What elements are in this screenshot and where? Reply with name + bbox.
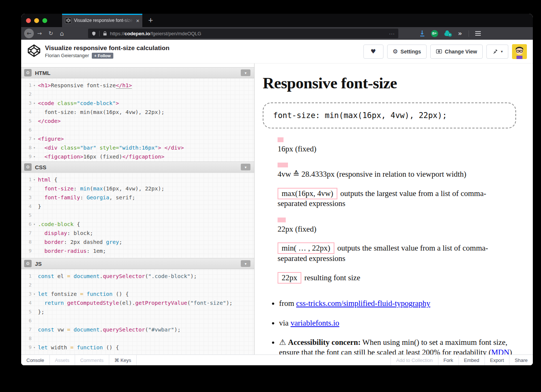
zoom-window-button[interactable] [42, 18, 47, 23]
code-line[interactable]: 9 border-radius: 1em; [21, 246, 254, 255]
view-icon [436, 48, 442, 55]
cloud-sync-icon[interactable]: + [444, 31, 452, 36]
code-line[interactable]: 3▾let fontsize = function () { [21, 290, 254, 298]
code-line[interactable]: 8 [21, 334, 254, 343]
code-line[interactable]: 3 font-family: Georgia, serif; [21, 193, 254, 202]
code-line[interactable]: 5}; [21, 307, 254, 316]
menu-icon[interactable] [475, 31, 481, 36]
follow-button[interactable]: + Follow [92, 53, 113, 59]
pink-bar [278, 137, 284, 142]
fork-button[interactable]: Fork [438, 355, 459, 365]
shield-icon[interactable] [91, 31, 96, 36]
preview-link[interactable]: variablefonts.io [291, 318, 339, 327]
url-domain: codepen.io [124, 31, 150, 36]
min-box: min( … , 22px) [278, 242, 334, 254]
toolbar-separator [469, 30, 469, 37]
collapse-css-button[interactable]: ▾ [241, 164, 250, 170]
code-line[interactable]: 7 display: block; [21, 229, 254, 238]
download-icon[interactable]: ↓ [420, 30, 425, 36]
reload-icon: ↻ [49, 30, 54, 37]
css-panel: ⚙ CSS ▾ 1▾html {2 font-size: min(max(16p… [21, 161, 254, 258]
pin-button[interactable]: ▾ [486, 45, 508, 59]
comments-button[interactable]: Comments [75, 355, 109, 365]
code-line[interactable]: 4} [21, 202, 254, 211]
collapse-html-button[interactable]: ▾ [241, 69, 250, 76]
home-button[interactable]: ⌂ [56, 30, 67, 37]
keys-button[interactable]: ⌘ Keys [109, 355, 137, 365]
preview-code-box: font-size: min(max(16px, 4vw), 22px); [263, 102, 516, 128]
back-button[interactable]: ← [24, 29, 34, 38]
code-line[interactable]: 2 [21, 90, 254, 99]
overflow-chevrons-icon[interactable]: » [458, 30, 462, 37]
pen-title: Visualize responsive font-size calculati… [45, 45, 169, 52]
console-button[interactable]: Console [21, 355, 50, 365]
lock-icon [103, 31, 107, 36]
pen-author[interactable]: Florian Geierstanger [45, 53, 89, 58]
code-line[interactable]: 6 [21, 125, 254, 134]
avatar[interactable] [512, 44, 527, 59]
js-editor[interactable]: 1const el = document.querySelector(".cod… [21, 269, 254, 355]
editor-settings-gear-icon[interactable]: ⚙ [24, 163, 32, 171]
reload-button[interactable]: ↻ [45, 30, 57, 37]
explain-min: min( … , 22px)outputs the smallest value… [278, 243, 497, 264]
code-line[interactable]: 8 border: 2px dashed grey; [21, 238, 254, 246]
code-line[interactable]: 6▾.code-block { [21, 220, 254, 229]
code-line[interactable]: 7const vw = document.querySelector("#vwb… [21, 325, 254, 334]
share-button[interactable]: Share [509, 355, 533, 365]
code-line[interactable]: 1▾<h1>Responsive font-size</h1> [21, 81, 254, 90]
code-line[interactable]: 4 font-size: min(max(16px, 4vw), 22px); [21, 108, 254, 117]
css-editor[interactable]: 1▾html {2 font-size: min(max(16px, 4vw),… [21, 173, 254, 258]
code-line[interactable]: 9▾ <figcaption>16px (fixed)</figcaption> [21, 152, 254, 161]
bar-figure-22px: 22px (fixed) [278, 218, 524, 234]
tab-title: Visualize responsive font-size c [74, 18, 134, 23]
code-line[interactable]: 1▾html { [21, 175, 254, 184]
code-line[interactable]: 7▾<figure> [21, 134, 254, 143]
bar-caption: 22px (fixed) [278, 224, 524, 234]
editor-settings-gear-icon[interactable]: ⚙ [24, 69, 32, 76]
collapse-js-button[interactable]: ▾ [241, 260, 250, 267]
preview-link[interactable]: css-tricks.com/simplified-fluid-typograp… [296, 299, 430, 308]
code-line[interactable]: 2 [21, 281, 254, 290]
preview-link[interactable]: MDN [491, 348, 509, 355]
code-line[interactable]: 2 font-size: min(max(16px, 4vw), 22px); [21, 184, 254, 193]
code-line[interactable]: 9▾let width = function () { [21, 343, 254, 352]
navigation-toolbar: ← → ↻ ⌂ https://codepen.io/fgeierst/pen/… [21, 27, 533, 40]
code-line[interactable]: 4 return getComputedStyle(el).getPropert… [21, 298, 254, 307]
js-panel: ⚙ JS ▾ 1const el = document.querySelecto… [21, 258, 254, 355]
page-actions-icon[interactable]: ··· [389, 31, 395, 36]
url-text: https://codepen.io/fgeierst/pen/mdeOQLG [110, 31, 201, 36]
result-box: 22px [278, 272, 301, 284]
settings-button[interactable]: ⚙ Settings [387, 45, 427, 59]
extension-badge-icon[interactable]: B+ [431, 30, 438, 37]
editor-settings-gear-icon[interactable]: ⚙ [24, 260, 32, 267]
embed-button[interactable]: Embed [459, 355, 485, 365]
new-tab-button[interactable]: + [142, 14, 159, 27]
change-view-button[interactable]: Change View [430, 45, 483, 59]
assets-button[interactable]: Assets [50, 355, 75, 365]
html-editor[interactable]: 1▾<h1>Responsive font-size</h1>23▾<code … [21, 78, 254, 161]
like-button[interactable]: ♥ [363, 45, 383, 59]
css-panel-title: CSS [35, 164, 46, 170]
minimize-window-button[interactable] [34, 18, 39, 23]
code-line[interactable]: 8▾ <div class="bar" style="width:16px"> … [21, 143, 254, 152]
code-line[interactable]: 6 [21, 316, 254, 325]
bullet-item: via variablefonts.io [279, 318, 517, 328]
code-line[interactable]: 5 [21, 211, 254, 220]
code-line[interactable]: 5</code> [21, 117, 254, 125]
code-line[interactable]: 1const el = document.querySelector(".cod… [21, 272, 254, 281]
browser-tab[interactable]: Visualize responsive font-size c × [62, 14, 142, 27]
add-to-collection-button[interactable]: Add to Collection [391, 355, 438, 365]
url-bar[interactable]: https://codepen.io/fgeierst/pen/mdeOQLG … [88, 29, 398, 38]
js-panel-header: ⚙ JS ▾ [21, 258, 254, 269]
max-box: max(16px, 4vw) [278, 188, 337, 199]
bar-caption: 4vw ≙ 28.4333px (responsive in relation … [278, 169, 524, 179]
close-window-button[interactable] [26, 18, 31, 23]
pink-bar [278, 218, 286, 222]
tab-close-icon[interactable]: × [136, 17, 139, 24]
preview-heading: Responsive font-size [263, 74, 524, 92]
export-button[interactable]: Export [485, 355, 509, 365]
codepen-logo-icon[interactable] [27, 44, 41, 59]
footer-bar: Console Assets Comments ⌘ Keys Add to Co… [21, 355, 533, 365]
code-line[interactable]: 3▾<code class="code-block"> [21, 99, 254, 108]
forward-button[interactable]: → [34, 30, 45, 37]
